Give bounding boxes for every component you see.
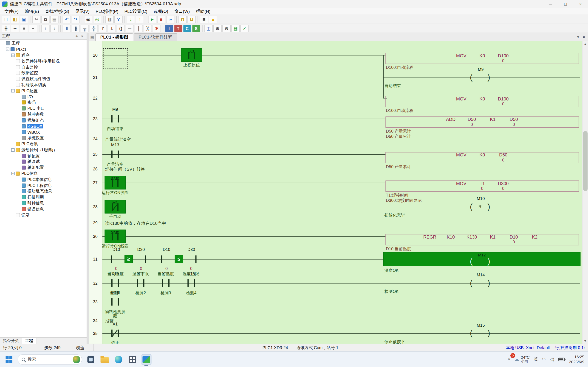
tab-ladder-diagram[interactable]: PLC1 - 梯形图 xyxy=(95,33,133,41)
expand-toggle-icon[interactable]: - xyxy=(11,89,15,92)
expand-toggle-icon[interactable] xyxy=(11,142,15,146)
scroll-down-icon[interactable]: ▼ xyxy=(582,338,588,344)
expand-toggle-icon[interactable] xyxy=(17,136,21,140)
pin-icon[interactable]: ✚ xyxy=(74,34,79,38)
contact-x12[interactable] xyxy=(155,276,176,290)
delete-row-icon[interactable]: ⌐ xyxy=(29,25,37,32)
edge-button[interactable] xyxy=(113,354,124,365)
new-file-icon[interactable]: □ xyxy=(2,16,10,23)
closed-contact-icon[interactable]: ∦ xyxy=(72,25,80,32)
tree-item-module-config[interactable]: 模块组态 xyxy=(0,117,86,123)
expand-toggle-icon[interactable] xyxy=(17,195,21,199)
menu-plc-operate[interactable]: PLC操作(P) xyxy=(93,9,121,14)
tree-item-error-info[interactable]: 错误信息 xyxy=(0,206,86,212)
contact-m1-nc[interactable]: M1 xyxy=(105,200,126,214)
tree-item-init-values[interactable]: 设置软元件初值 xyxy=(0,76,86,82)
instruction-mov[interactable]: MOV K0 D1000 xyxy=(385,96,579,107)
menu-edit[interactable]: 编辑(E) xyxy=(22,9,42,14)
toolbar-separator[interactable] xyxy=(202,25,203,32)
expand-toggle-icon[interactable] xyxy=(17,160,21,164)
zoom-out-icon[interactable]: ⊖ xyxy=(222,25,231,32)
toolbar-separator[interactable] xyxy=(61,16,61,23)
minimize-button[interactable]: ─ xyxy=(543,0,558,8)
contact-m9[interactable] xyxy=(105,112,126,125)
tree-item-plc-serial[interactable]: PLC 串口 xyxy=(0,106,86,111)
open-contact-icon[interactable]: ‖ xyxy=(63,25,71,32)
expand-toggle-icon[interactable] xyxy=(17,178,21,181)
expand-toggle-icon[interactable] xyxy=(11,71,15,75)
tree-item-plc1[interactable]: - PLC1 xyxy=(0,46,86,52)
instruction-regr[interactable]: REGR K10 K130 K1 D100 K2 xyxy=(385,234,579,245)
file-explorer-button[interactable] xyxy=(99,354,110,365)
tree-item-axis-config[interactable]: 轴配置 xyxy=(0,153,86,159)
toolbar-separator[interactable] xyxy=(146,16,146,23)
expand-toggle-icon[interactable] xyxy=(11,59,15,63)
tree-item-plc-body-info[interactable]: PLC本体信息 xyxy=(0,177,86,183)
expand-toggle-icon[interactable] xyxy=(17,125,21,128)
tree-item-version-switch[interactable]: 功能版本切换 xyxy=(0,82,86,88)
counter-c-icon[interactable]: C xyxy=(183,25,191,32)
toolbar-separator[interactable] xyxy=(176,16,177,23)
taskbar-clock[interactable]: 16:25 2025/6/9 xyxy=(569,355,584,364)
expand-toggle-icon[interactable]: - xyxy=(11,172,15,175)
tree-item-clock-info[interactable]: 时钟信息 xyxy=(0,200,86,206)
screenshot-icon[interactable]: ◙ xyxy=(200,16,208,23)
taskbar-search[interactable]: 搜索 xyxy=(18,354,82,365)
expand-toggle-icon[interactable] xyxy=(17,119,21,122)
toolbar-separator[interactable] xyxy=(61,25,61,32)
scroll-up-icon[interactable]: ▲ xyxy=(582,41,588,47)
lock-icon[interactable]: ⊓ xyxy=(179,16,187,23)
unlock-icon[interactable]: ⊔ xyxy=(187,16,196,23)
ime-indicator[interactable]: 英 xyxy=(534,357,538,362)
insert-row-icon[interactable]: ≡ xyxy=(20,25,28,32)
vertical-scrollbar[interactable]: ▲ ▼ xyxy=(582,41,588,344)
parallel-open-icon[interactable]: ╥ xyxy=(81,25,89,32)
contact-x1-nc[interactable] xyxy=(105,327,126,340)
expand-toggle-icon[interactable] xyxy=(17,166,21,169)
sidebar-tab-instruction-class[interactable]: 指令分类 xyxy=(0,338,22,344)
panel-close-icon[interactable]: × xyxy=(79,34,85,38)
menu-window[interactable]: 窗口(W) xyxy=(171,9,193,14)
split-window-icon[interactable]: ◫ xyxy=(204,25,213,32)
menu-plc-settings[interactable]: PLC设置(C) xyxy=(121,9,150,14)
tree-item-data-monitor[interactable]: 数据监控 xyxy=(0,70,86,76)
contact-m19[interactable] xyxy=(105,295,126,309)
contact-x10[interactable] xyxy=(105,276,126,290)
contact-m13[interactable] xyxy=(105,148,126,161)
paste-icon[interactable]: ▤ xyxy=(50,16,59,23)
tree-item-4gbox[interactable]: 4GBOX xyxy=(0,123,86,129)
run-plc-icon[interactable]: ► xyxy=(148,16,156,23)
help-icon[interactable]: ? xyxy=(114,16,123,23)
contact-sm0[interactable]: SM0 xyxy=(105,230,126,243)
tree-item-record[interactable]: 记录 xyxy=(0,212,86,218)
ladder-canvas[interactable]: 20 21 22 23 24 25 26 27 28 29 30 31 32 3… xyxy=(89,41,588,344)
compare-contact-ge[interactable]: D10D20 ≥ 00 xyxy=(111,253,146,266)
panel-splitter[interactable] xyxy=(87,33,89,344)
expand-toggle-icon[interactable] xyxy=(17,131,21,134)
instruction-mov[interactable]: MOV K0 D1000 xyxy=(385,53,579,64)
menu-options[interactable]: 选项(O) xyxy=(150,9,171,14)
download-to-plc-icon[interactable]: ↓ xyxy=(127,16,135,23)
start-button[interactable] xyxy=(4,354,14,365)
menu-help[interactable]: 帮助(H) xyxy=(193,9,213,14)
cut-icon[interactable]: ✂ xyxy=(32,16,40,23)
tree-item-program[interactable]: + 程序 xyxy=(0,52,86,58)
toolbar-separator[interactable] xyxy=(39,25,40,32)
instruction-add[interactable]: ADD D500 K1 D500 xyxy=(385,117,579,128)
convert-check-icon[interactable]: ✓ xyxy=(241,25,249,32)
stop-plc-icon[interactable]: ■ xyxy=(157,16,165,23)
contact-x13[interactable] xyxy=(181,276,202,290)
maximize-button[interactable]: □ xyxy=(558,0,573,8)
tree-item-scan-cycle[interactable]: 扫描周期 xyxy=(0,194,86,200)
contact-x11[interactable] xyxy=(130,276,151,290)
tree-item-module-info[interactable]: 模块组态信息 xyxy=(0,188,86,194)
zoom-in-icon[interactable]: ⊕ xyxy=(213,25,222,32)
expand-toggle-icon[interactable]: - xyxy=(6,48,9,51)
toolbar-separator[interactable] xyxy=(103,16,104,23)
expand-toggle-icon[interactable] xyxy=(2,42,5,45)
expand-toggle-icon[interactable] xyxy=(17,154,21,158)
expand-toggle-icon[interactable]: - xyxy=(11,148,15,152)
coil-m15[interactable] xyxy=(470,328,490,338)
wifi-icon[interactable]: ◠ xyxy=(542,357,546,362)
rising-edge-icon[interactable]: ↾ xyxy=(99,25,107,32)
